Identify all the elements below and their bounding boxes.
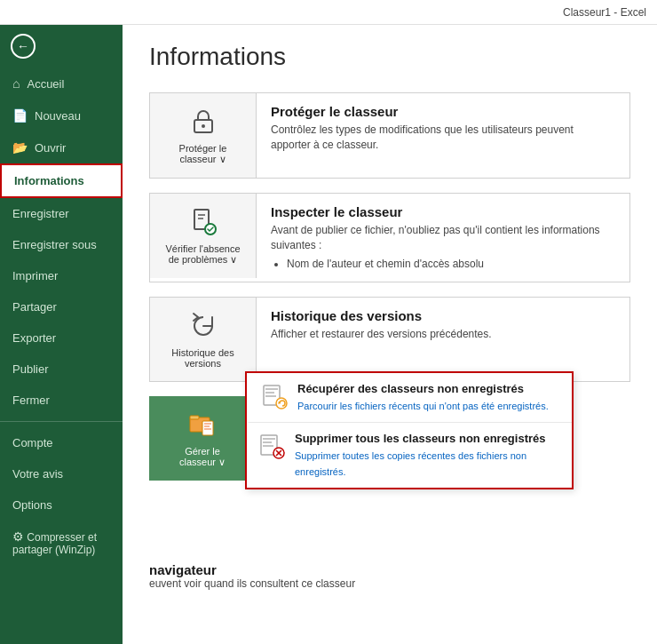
navigateur-desc: euvent voir quand ils consultent ce clas… [149, 577, 630, 590]
sidebar-item-enregistrer[interactable]: Enregistrer [0, 198, 123, 229]
sidebar-item-imprimer[interactable]: Imprimer [0, 260, 123, 291]
historique-card: Historique desversions Historique des ve… [149, 297, 630, 382]
content-area: Informations Protéger leclasseur ∨ Proté… [123, 25, 657, 644]
gerer-dropdown: Récupérer des classeurs non enregistrés … [245, 371, 574, 489]
sidebar-item-compresser[interactable]: ⚙ Compresser et partager (WinZip) [0, 521, 123, 565]
sidebar-item-informations[interactable]: Informations [0, 163, 123, 198]
inspecter-desc: Avant de publier ce fichier, n'oubliez p… [271, 223, 615, 271]
check-file-icon [187, 206, 219, 238]
recuperer-item[interactable]: Récupérer des classeurs non enregistrés … [247, 373, 572, 423]
svg-rect-5 [190, 416, 199, 419]
inspecter-bullets: Nom de l'auteur et chemin d'accès absolu [287, 257, 615, 272]
supprimer-text: Supprimer tous les classeurs non enregis… [295, 432, 561, 479]
sidebar-item-fermer[interactable]: Fermer [0, 385, 123, 416]
history-icon [187, 310, 219, 342]
sidebar-item-compte[interactable]: Compte [0, 427, 123, 458]
title-bar: Classeur1 - Excel [0, 0, 657, 25]
proteger-button[interactable]: Protéger leclasseur ∨ [150, 93, 257, 178]
inspecter-icon-label: Vérifier l'absencede problèmes ∨ [165, 243, 240, 266]
svg-rect-6 [202, 421, 213, 435]
proteger-content: Protéger le classeur Contrôlez les types… [257, 93, 629, 163]
historique-desc: Afficher et restaurer des versions précé… [271, 327, 615, 342]
open-folder-icon: 📂 [12, 140, 28, 155]
sidebar-item-exporter[interactable]: Exporter [0, 322, 123, 354]
back-arrow-icon: ← [11, 34, 36, 59]
sidebar-item-publier[interactable]: Publier [0, 354, 123, 385]
proteger-icon-label: Protéger leclasseur ∨ [179, 143, 227, 165]
supprimer-item[interactable]: Supprimer tous les classeurs non enregis… [247, 423, 572, 488]
inspecter-content: Inspecter le classeur Avant de publier c… [257, 194, 629, 282]
sidebar-item-partager[interactable]: Partager [0, 291, 123, 322]
navigateur-title: navigateur [149, 562, 630, 577]
navigateur-card: navigateur euvent voir quand ils consult… [149, 552, 630, 600]
sidebar-item-accueil[interactable]: ⌂ Accueil [0, 68, 123, 99]
proteger-title: Protéger le classeur [271, 104, 615, 119]
sidebar-divider [0, 421, 123, 422]
zip-icon: ⚙ [12, 529, 24, 544]
sidebar-item-nouveau[interactable]: 📄 Nouveau [0, 99, 123, 131]
historique-content: Historique des versions Afficher et rest… [257, 298, 629, 353]
recuperer-icon [260, 382, 289, 410]
title-bar-text: Classeur1 - Excel [563, 6, 646, 19]
back-button[interactable]: ← [0, 25, 123, 68]
proteger-card: Protéger leclasseur ∨ Protéger le classe… [149, 92, 630, 179]
inspecter-button[interactable]: Vérifier l'absencede problèmes ∨ [150, 194, 257, 278]
recuperer-text: Récupérer des classeurs non enregistrés … [297, 382, 549, 413]
gerer-icon-label: Gérer leclasseur ∨ [179, 446, 226, 468]
inspecter-title: Inspecter le classeur [271, 204, 615, 219]
main-layout: ← ⌂ Accueil 📄 Nouveau 📂 Ouvrir Informati… [0, 25, 657, 644]
svg-point-1 [202, 124, 205, 128]
navigateur-content: navigateur euvent voir quand ils consult… [149, 552, 630, 600]
new-file-icon: 📄 [12, 108, 28, 123]
historique-button[interactable]: Historique desversions [150, 298, 257, 381]
historique-title: Historique des versions [271, 308, 615, 323]
page-title: Informations [149, 43, 630, 71]
gerer-button[interactable]: Gérer leclasseur ∨ [149, 396, 256, 481]
inspecter-card: Vérifier l'absencede problèmes ∨ Inspect… [149, 193, 630, 282]
sidebar-item-votre-avis[interactable]: Votre avis [0, 458, 123, 489]
inspecter-bullet-1: Nom de l'auteur et chemin d'accès absolu [287, 257, 615, 272]
sidebar-item-options[interactable]: Options [0, 489, 123, 521]
sidebar: ← ⌂ Accueil 📄 Nouveau 📂 Ouvrir Informati… [0, 25, 123, 644]
proteger-desc: Contrôlez les types de modifications que… [271, 123, 615, 153]
folder-doc-icon [186, 409, 218, 441]
sidebar-item-enregistrer-sous[interactable]: Enregistrer sous [0, 229, 123, 260]
sidebar-item-ouvrir[interactable]: 📂 Ouvrir [0, 131, 123, 163]
supprimer-icon [257, 432, 286, 460]
historique-icon-label: Historique desversions [171, 347, 234, 369]
lock-icon [187, 106, 219, 138]
home-icon: ⌂ [12, 76, 20, 91]
